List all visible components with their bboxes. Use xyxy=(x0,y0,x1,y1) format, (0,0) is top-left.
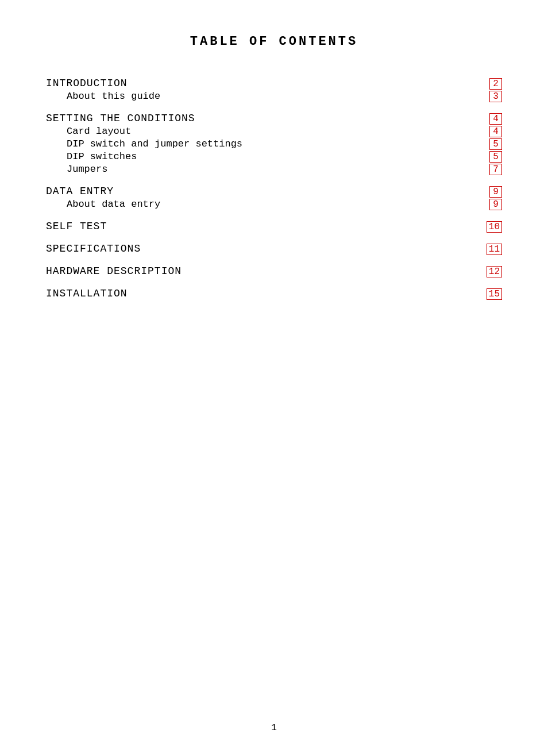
toc-section-installation: INSTALLATION15 xyxy=(46,288,502,300)
toc-row: SELF TEST10 xyxy=(46,221,502,233)
toc-label: About this guide xyxy=(46,91,160,102)
toc-page-number[interactable]: 7 xyxy=(489,164,502,175)
toc-page-number[interactable]: 4 xyxy=(489,126,502,137)
toc-label: DATA ENTRY xyxy=(46,186,114,197)
toc-label: SPECIFICATIONS xyxy=(46,243,141,254)
toc-label: SETTING THE CONDITIONS xyxy=(46,113,195,124)
toc-page-number[interactable]: 4 xyxy=(489,113,502,125)
toc-row: INTRODUCTION2 xyxy=(46,78,502,90)
toc-row: DIP switch and jumper settings5 xyxy=(46,138,502,150)
toc-page-number[interactable]: 5 xyxy=(489,151,502,163)
toc-page-number[interactable]: 15 xyxy=(487,288,502,300)
toc-page-number[interactable]: 11 xyxy=(487,244,502,255)
toc-section-introduction: INTRODUCTION2About this guide3 xyxy=(46,78,502,102)
toc-section-setting-conditions: SETTING THE CONDITIONS4Card layout4DIP s… xyxy=(46,113,502,175)
toc-page-number[interactable]: 9 xyxy=(489,186,502,198)
toc-page-number[interactable]: 10 xyxy=(487,221,502,233)
toc-section-specifications: SPECIFICATIONS11 xyxy=(46,243,502,255)
toc-label: Card layout xyxy=(46,126,131,137)
toc-page-number[interactable]: 5 xyxy=(489,138,502,150)
toc-page-number[interactable]: 9 xyxy=(489,199,502,210)
toc-row: Card layout4 xyxy=(46,126,502,137)
toc-label: INTRODUCTION xyxy=(46,78,128,89)
toc-row: SETTING THE CONDITIONS4 xyxy=(46,113,502,125)
toc-section-hardware-description: HARDWARE DESCRIPTION12 xyxy=(46,265,502,277)
toc-row: About data entry9 xyxy=(46,199,502,210)
toc-label: About data entry xyxy=(46,199,160,210)
toc-label: SELF TEST xyxy=(46,221,107,232)
toc-section-self-test: SELF TEST10 xyxy=(46,221,502,233)
toc-row: Jumpers7 xyxy=(46,164,502,175)
toc-label: HARDWARE DESCRIPTION xyxy=(46,265,182,277)
toc-label: DIP switches xyxy=(46,151,137,162)
toc-row: DIP switches5 xyxy=(46,151,502,163)
toc-label: DIP switch and jumper settings xyxy=(46,138,242,149)
toc-label: INSTALLATION xyxy=(46,288,128,299)
toc-page-number[interactable]: 2 xyxy=(489,78,502,90)
toc-section-data-entry: DATA ENTRY9About data entry9 xyxy=(46,186,502,210)
toc-page-number[interactable]: 3 xyxy=(489,91,502,102)
toc-row: About this guide3 xyxy=(46,91,502,102)
page-number: 1 xyxy=(271,723,277,733)
toc-label: Jumpers xyxy=(46,164,107,175)
toc-container: INTRODUCTION2About this guide3SETTING TH… xyxy=(46,78,502,300)
toc-row: DATA ENTRY9 xyxy=(46,186,502,198)
toc-row: SPECIFICATIONS11 xyxy=(46,243,502,255)
page: TABLE OF CONTENTS INTRODUCTION2About thi… xyxy=(0,0,548,756)
toc-page-number[interactable]: 12 xyxy=(487,266,502,277)
page-title: TABLE OF CONTENTS xyxy=(46,34,502,49)
toc-row: HARDWARE DESCRIPTION12 xyxy=(46,265,502,277)
toc-row: INSTALLATION15 xyxy=(46,288,502,300)
